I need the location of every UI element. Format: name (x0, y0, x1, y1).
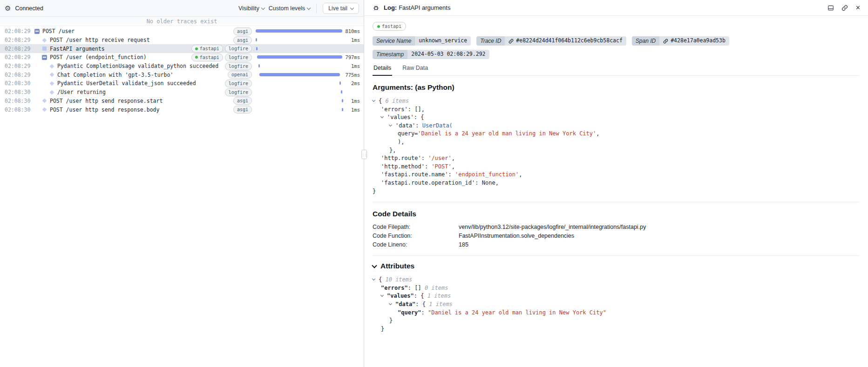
trace-row[interactable]: 02:08:29POST /userasgi810ms (0, 27, 364, 36)
json-line: "values": { 1 items (373, 292, 860, 300)
json-line: "errors": [] 0 items (373, 284, 860, 293)
json-line: 'fastapi.route.operation_id': None, (373, 179, 860, 187)
duration-bar (257, 55, 342, 59)
tag-pill-label: logfire (229, 80, 248, 87)
connection-status: Connected (15, 5, 43, 12)
tag-list: fastapilogfire (189, 45, 252, 53)
live-tail-dropdown[interactable]: Live tail (323, 3, 359, 14)
service-tag-label: fastapi (382, 23, 401, 29)
json-line: 'http.route': '/user', (373, 154, 860, 163)
duration-label: 1ms (343, 107, 360, 113)
trace-row[interactable]: 02:08:29POST /user http receive requesta… (0, 36, 364, 45)
trace-row[interactable]: 02:08:30/User returninglogfire (0, 88, 364, 97)
gear-icon[interactable]: ⚙ (5, 5, 11, 12)
tag-pill-label: asgi (237, 28, 248, 34)
tag-pill: logfire (225, 88, 252, 96)
badge-label: Service Name (373, 36, 415, 46)
duration-label: 1ms (343, 63, 360, 69)
trace-id-value: #e8224d24d41f064b112c6eb9cb58cacf (516, 38, 622, 44)
collapse-toggle-icon[interactable] (42, 55, 47, 60)
tag-pill-label: logfire (229, 63, 248, 69)
json-line: }, (373, 147, 860, 155)
chevron-down-icon[interactable] (373, 97, 379, 106)
close-icon[interactable]: ✕ (855, 5, 861, 11)
trace-timestamp: 02:08:29 (5, 63, 32, 69)
trace-row[interactable]: 02:08:30POST /user http send response.bo… (0, 105, 364, 114)
json-token: '/user' (428, 155, 452, 161)
chevron-down-icon[interactable] (381, 113, 387, 122)
duration-track (256, 108, 343, 112)
json-token: "errors" (381, 285, 408, 291)
span-icon (50, 90, 54, 94)
timestamp-row: Timestamp 2024-05-03 02:08:29.292 (373, 50, 860, 59)
visibility-dropdown[interactable]: Visibility (238, 5, 264, 12)
badge-label: Span ID (632, 36, 659, 46)
dock-panel-icon[interactable] (827, 5, 834, 11)
tag-list: asgi (231, 97, 252, 105)
trace-row[interactable]: 02:08:29POST /user (endpoint_function)fa… (0, 53, 364, 62)
duration-label: 1ms (343, 37, 360, 43)
log-icon (42, 47, 47, 51)
tab-details[interactable]: Details (373, 65, 392, 76)
trace-row-main: /User returning (32, 89, 222, 95)
tag-pill-label: asgi (237, 98, 248, 104)
tag-pill-label: openai (231, 72, 248, 78)
trace-row[interactable]: 02:08:29FastAPI argumentsfastapilogfire (0, 44, 364, 53)
json-line: "data": { 1 items (373, 300, 860, 309)
json-token: : (421, 309, 428, 316)
bug-icon (373, 4, 380, 11)
json-token: 'Daniel is a 24 year old man living in N… (418, 130, 596, 137)
timestamp-badge: Timestamp 2024-05-03 02:08:29.292 (373, 50, 489, 59)
duration-track (256, 73, 343, 77)
code-function-row: Code Function: FastAPIInstrumentation.so… (373, 231, 860, 240)
service-name-badge: Service Name unknown_service (373, 36, 471, 46)
span-name: Chat Completion with 'gpt-3.5-turbo' (57, 72, 173, 78)
trace-row-main: Chat Completion with 'gpt-3.5-turbo' (32, 72, 225, 78)
copy-link-icon[interactable] (841, 5, 848, 11)
tag-pill: logfire (225, 62, 252, 70)
chevron-down-icon[interactable] (389, 300, 395, 309)
collapse-toggle-icon[interactable] (34, 29, 40, 34)
trace-row[interactable]: 02:08:29Pydantic CompletionUsage validat… (0, 62, 364, 71)
duration-bar (339, 81, 341, 85)
link-icon (663, 39, 668, 44)
tag-row: fastapi (373, 22, 860, 31)
json-token: 'errors' (381, 106, 408, 113)
trace-row-main: POST /user http receive request (32, 37, 231, 43)
span-id-link[interactable]: #428e17a0ea9ad53b (659, 36, 729, 46)
tag-list: logfire (222, 80, 252, 87)
duration-bar (256, 47, 258, 50)
chevron-down-icon (307, 6, 311, 9)
json-token: : (425, 163, 431, 170)
custom-levels-dropdown[interactable]: Custom levels (269, 5, 311, 12)
service-tag[interactable]: fastapi (373, 22, 406, 31)
trace-row[interactable]: 02:08:29Chat Completion with 'gpt-3.5-tu… (0, 70, 364, 79)
json-token: { (379, 276, 385, 283)
json-token: }, (389, 147, 396, 153)
json-line: ), (373, 138, 860, 147)
json-line: 'http.method': 'POST', (373, 163, 860, 171)
green-dot-icon (195, 56, 198, 59)
chevron-down-icon[interactable] (381, 292, 387, 300)
attributes-heading: Attributes (380, 262, 414, 270)
json-line: query='Daniel is a 24 year old man livin… (373, 130, 860, 138)
trace-row[interactable]: 02:08:30POST /user http send response.st… (0, 97, 364, 106)
trace-id-link[interactable]: #e8224d24d41f064b112c6eb9cb58cacf (505, 36, 626, 46)
chevron-down-icon[interactable] (372, 263, 377, 268)
tag-pill: asgi (233, 27, 252, 35)
span-id-badge: Span ID #428e17a0ea9ad53b (632, 36, 729, 46)
tag-pill: asgi (233, 36, 252, 44)
tag-pill: logfire (225, 45, 252, 53)
detail-header: Log:FastAPI arguments ✕ (364, 0, 868, 16)
panel-resize-handle[interactable]: ⋮⋮ (361, 150, 367, 159)
tag-pill-label: asgi (237, 107, 248, 113)
chevron-down-icon[interactable] (373, 276, 379, 284)
json-line: "query": "Daniel is a 24 year old man li… (373, 309, 860, 317)
duration-bar (256, 38, 257, 41)
chevron-down-icon[interactable] (389, 122, 395, 130)
trace-row[interactable]: 02:08:30Pydantic UserDetail validate_jso… (0, 79, 364, 88)
tag-pill-label: asgi (237, 37, 248, 43)
tab-raw-data[interactable]: Raw Data (401, 65, 429, 75)
span-name: /User returning (57, 89, 106, 95)
section-divider (373, 255, 860, 256)
